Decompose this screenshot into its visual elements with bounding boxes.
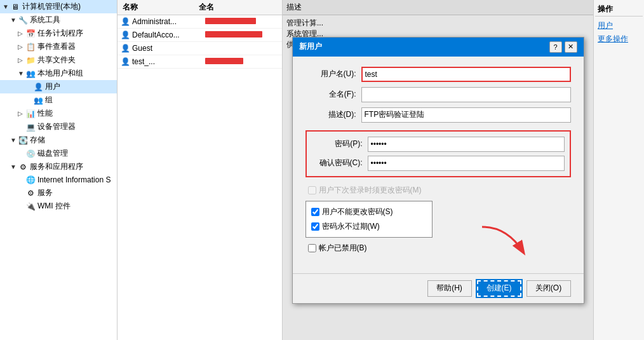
sidebar-item-sys-tools[interactable]: ▼ 🔧 系统工具	[0, 13, 117, 27]
sidebar-item-services[interactable]: ⚙ 服务	[0, 186, 117, 200]
ops-item-users[interactable]: 用户	[595, 19, 643, 32]
list-header: 名称 全名	[117, 0, 282, 15]
tree-panel: ▼ 🖥 计算机管理(本地) ▼ 🔧 系统工具 ▷ 📅 任务计划程序 ▷ 📋 事件…	[0, 0, 117, 340]
sidebar-item-groups[interactable]: 👥 组	[0, 93, 117, 107]
cannot-change-row: 用户不能更改密码(S)	[311, 207, 427, 217]
password-input[interactable]	[368, 137, 565, 152]
user-icon: 👤	[120, 57, 130, 67]
user-icon: 👤	[120, 43, 130, 53]
dialog-close-button[interactable]: ✕	[565, 41, 577, 53]
help-button[interactable]: 帮助(H)	[427, 280, 472, 297]
sidebar-item-svc-apps[interactable]: ▼ ⚙ 服务和应用程序	[0, 160, 117, 173]
fullname-redacted	[205, 58, 243, 64]
list-item[interactable]: 👤 Guest	[117, 42, 282, 55]
computer-icon: 🖥	[10, 2, 20, 12]
cannot-change-checkbox[interactable]	[311, 208, 319, 216]
pwd-label: 密码(P):	[312, 139, 363, 149]
desc-input[interactable]	[361, 107, 571, 123]
sidebar-item-users[interactable]: 👤 用户	[0, 80, 117, 93]
dialog-footer: 帮助(H) 创建(E) 关闭(O)	[293, 273, 584, 303]
fullname-input[interactable]	[361, 87, 571, 102]
confirm-label: 确认密码(C):	[312, 158, 363, 168]
disabled-checkbox[interactable]	[308, 244, 316, 252]
pwd-row: 密码(P):	[312, 137, 565, 152]
dialog-overlay: 新用户 ? ✕ 用户名(U): 全名(F):	[283, 0, 593, 340]
dialog-body: 用户名(U): 全名(F): 描述(D): 密码(P):	[293, 57, 584, 273]
fullname-redacted	[205, 18, 256, 24]
create-button[interactable]: 创建(E)	[477, 280, 521, 297]
username-text: Administrat...	[132, 17, 177, 26]
must-change-row: 用户下次登录时须更改密码(M)	[308, 185, 571, 196]
username-input[interactable]	[361, 67, 571, 82]
col-name: 名称	[120, 1, 196, 13]
sidebar-item-task-sched[interactable]: ▷ 📅 任务计划程序	[0, 27, 117, 40]
list-item[interactable]: 👤 test_...	[117, 55, 282, 69]
password-group: 密码(P): 确认密码(C):	[305, 130, 571, 177]
dialog-help-button[interactable]: ?	[549, 41, 562, 53]
disabled-account-row: 帐户已禁用(B)	[308, 243, 571, 254]
fullname-row: 全名(F):	[305, 87, 571, 102]
fullname-label: 全名(F):	[305, 89, 356, 100]
sidebar-item-shared-folder[interactable]: ▷ 📁 共享文件夹	[0, 53, 117, 67]
desc-row: 描述(D):	[305, 107, 571, 123]
never-expires-row: 密码永不过期(W)	[311, 221, 427, 232]
confirm-password-input[interactable]	[368, 156, 565, 171]
dialog-controls: ? ✕	[549, 41, 577, 53]
desc-label: 描述(D):	[305, 109, 356, 120]
sidebar-item-event-view[interactable]: ▷ 📋 事件查看器	[0, 40, 117, 53]
fullname-redacted	[205, 31, 262, 37]
tree-arrow-root: ▼	[3, 3, 10, 10]
cannot-change-label: 用户不能更改密码(S)	[322, 207, 393, 217]
username-label: 用户名(U):	[305, 69, 356, 79]
list-item[interactable]: 👤 Administrat...	[117, 15, 282, 29]
sidebar-item-iis[interactable]: 🌐 Internet Information S	[0, 173, 117, 186]
user-list-panel: 名称 全名 👤 Administrat... 👤 DefaultAcco... …	[117, 0, 283, 340]
new-user-dialog: 新用户 ? ✕ 用户名(U): 全名(F):	[292, 37, 584, 304]
ops-title: 操作	[595, 3, 643, 17]
sidebar-item-disk-mgr[interactable]: 💿 磁盘管理	[0, 147, 117, 160]
dialog-titlebar: 新用户 ? ✕	[293, 37, 584, 57]
checkbox-group: 用户不能更改密码(S) 密码永不过期(W)	[305, 201, 433, 238]
never-expires-checkbox[interactable]	[311, 222, 319, 231]
disabled-label: 帐户已禁用(B)	[319, 243, 367, 254]
sidebar-item-wmi[interactable]: 🔌 WMI 控件	[0, 200, 117, 213]
tree-root[interactable]: ▼ 🖥 计算机管理(本地)	[0, 0, 117, 13]
user-icon: 👤	[120, 17, 130, 27]
operations-panel: 操作 用户 更多操作	[593, 0, 644, 340]
sidebar-item-dev-mgr[interactable]: 💻 设备管理器	[0, 120, 117, 133]
col-fullname: 全名	[196, 1, 279, 13]
tree-root-label: 计算机管理(本地)	[22, 1, 81, 12]
close-button[interactable]: 关闭(O)	[527, 280, 571, 297]
list-item[interactable]: 👤 DefaultAcco...	[117, 29, 282, 42]
sidebar-item-storage[interactable]: ▼ 💽 存储	[0, 133, 117, 147]
must-change-checkbox[interactable]	[308, 186, 316, 194]
sidebar-item-local-users[interactable]: ▼ 👥 本地用户和组	[0, 67, 117, 80]
ops-item-more[interactable]: 更多操作	[595, 32, 643, 46]
user-icon: 👤	[120, 30, 130, 40]
must-change-label: 用户下次登录时须更改密码(M)	[319, 185, 422, 196]
never-expires-label: 密码永不过期(W)	[322, 221, 380, 232]
main-content-panel: 描述 管理计算... 系统管理... 供来宾... 新用户 ? ✕ 用户名(U)…	[283, 0, 593, 340]
sidebar-item-perf[interactable]: ▷ 📊 性能	[0, 107, 117, 120]
dialog-title: 新用户	[299, 41, 322, 52]
confirm-pwd-row: 确认密码(C):	[312, 156, 565, 171]
username-row: 用户名(U):	[305, 67, 571, 82]
